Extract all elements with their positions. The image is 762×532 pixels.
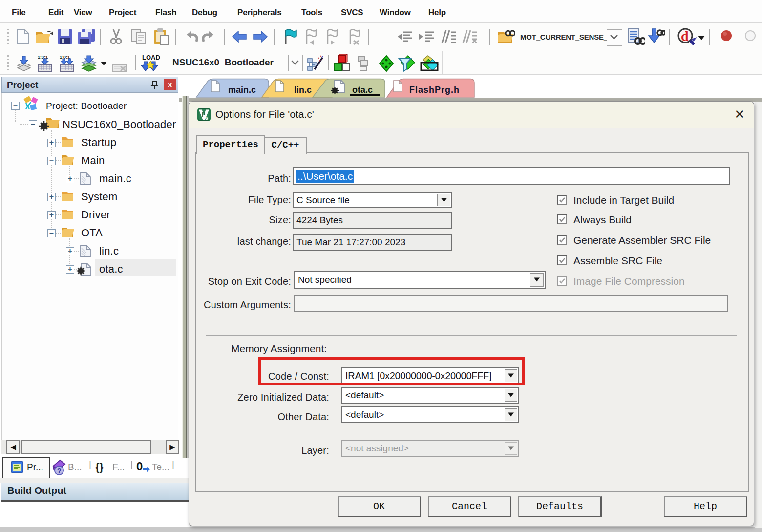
svg-text:LOAD: LOAD	[142, 54, 160, 61]
svg-text:::::: ::::	[113, 55, 118, 60]
svg-text:lin.c: lin.c	[294, 85, 312, 95]
svg-text:?: ?	[57, 467, 62, 475]
svg-text:µ: µ	[202, 109, 206, 117]
svg-text:main.c: main.c	[228, 85, 256, 95]
svg-text:s: s	[206, 115, 209, 121]
svg-text:d: d	[681, 28, 689, 43]
svg-text:ota.c: ota.c	[352, 85, 373, 95]
svg-text:FlashPrg.h: FlashPrg.h	[409, 85, 460, 95]
